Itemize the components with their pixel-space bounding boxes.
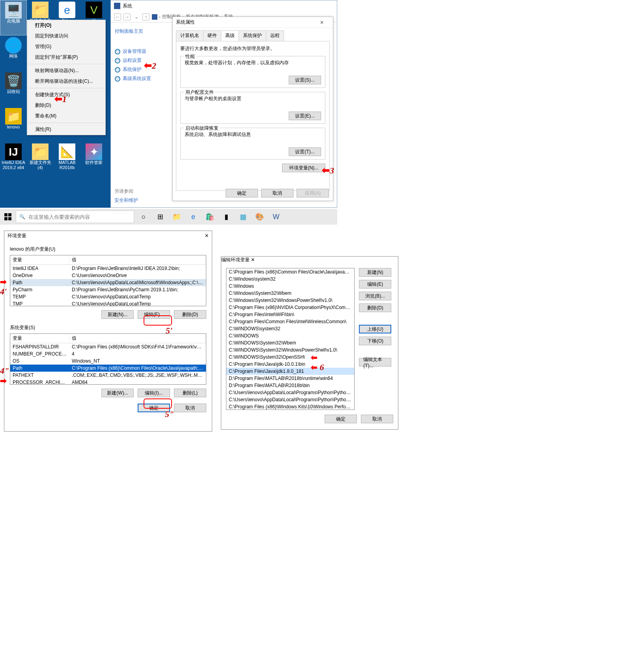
path-item[interactable]: D:\Program Files\MATLAB\R2018b\bin xyxy=(226,382,354,389)
path-up-button[interactable]: 上移(U) xyxy=(359,325,391,333)
path-browse-button[interactable]: 浏览(B)... xyxy=(359,292,391,300)
search-input[interactable] xyxy=(28,214,131,220)
cortana-icon[interactable]: ○ xyxy=(136,209,151,225)
env-vars-button[interactable]: 环境变量(N)... xyxy=(282,164,325,172)
path-item-selected[interactable]: C:\Program Files\Java\jdk1.8.0_181 xyxy=(226,368,354,375)
user-delete-button[interactable]: 删除(D) xyxy=(174,310,206,319)
ctx-pin-start[interactable]: 固定到"开始"屏幕(P) xyxy=(27,52,105,63)
list-item: OSWindows_NT xyxy=(10,357,206,365)
perf-settings-button[interactable]: 设置(S)... xyxy=(289,76,321,84)
task-view-icon[interactable]: ⊞ xyxy=(152,209,168,225)
path-down-button[interactable]: 下移(O) xyxy=(359,337,391,345)
desktop-icon-folder4[interactable]: 📁新建文件夹 (4) xyxy=(27,142,54,177)
path-item[interactable]: C:\Windows\System32\WindowsPowerShell\v1… xyxy=(226,297,354,304)
forward-button[interactable]: → xyxy=(123,13,131,20)
link-protection[interactable]: 🛡系统保护 xyxy=(115,66,164,73)
link-security[interactable]: 安全和维护 xyxy=(114,197,138,204)
explorer-icon[interactable]: 📁 xyxy=(169,209,185,225)
path-item[interactable]: C:\WINDOWS\System32\WindowsPowerShell\v1… xyxy=(226,346,354,354)
ok-button[interactable]: 确定 xyxy=(325,415,357,423)
path-edittext-button[interactable]: 编辑文本(T)... xyxy=(359,358,391,367)
tab-protection[interactable]: 系统保护 xyxy=(239,30,266,41)
ctx-open[interactable]: 打开(O) xyxy=(27,20,105,31)
desktop-icon-soft[interactable]: ✦软件管家 xyxy=(80,142,107,177)
path-item[interactable]: C:\Windows xyxy=(226,283,354,290)
cancel-button[interactable]: 取消 xyxy=(261,189,293,197)
store-icon[interactable]: 🛍️ xyxy=(202,209,218,225)
link-remote[interactable]: 🛡远程设置 xyxy=(115,57,164,64)
ctx-manage[interactable]: 管理(G) xyxy=(27,41,105,52)
path-item[interactable]: C:\WINDOWS\System32\Wbem xyxy=(226,339,354,346)
perf-group: 性能 视觉效果，处理器计划，内存使用，以及虚拟内存 设置(S)... xyxy=(180,56,325,88)
path-item[interactable]: C:\Program Files\Common Files\Intel\Wire… xyxy=(226,318,354,325)
path-item[interactable]: C:\Windows\System32\Wbem xyxy=(226,290,354,297)
windows-icon xyxy=(4,213,11,220)
list-item: OneDriveC:\Users\lenovo\OneDrive xyxy=(10,272,206,279)
desktop-icon-network[interactable]: 🌐网络 xyxy=(0,35,27,71)
paint-icon[interactable]: 🎨 xyxy=(252,209,267,225)
link-device-manager[interactable]: 🛡设备管理器 xyxy=(115,48,164,55)
sys-vars-list[interactable]: 变量值 FSHARPINSTALLDIRC:\Program Files (x8… xyxy=(10,333,206,385)
cancel-button[interactable]: 取消 xyxy=(174,404,206,412)
ctx-map-drive[interactable]: 映射网络驱动器(N)... xyxy=(27,65,105,76)
desktop-icon-matlab[interactable]: 📐MATLAB R2018b xyxy=(54,142,80,177)
cp-home[interactable]: 控制面板主页 xyxy=(115,28,164,35)
path-edit-button[interactable]: 编辑(E) xyxy=(359,280,391,289)
close-icon[interactable]: ✕ xyxy=(251,257,255,262)
user-group: 用户配置文件 与登录帐户相关的桌面设置 设置(E)... xyxy=(180,92,325,124)
cmd-icon[interactable]: ▮ xyxy=(219,209,234,225)
system-properties-dialog: 系统属性 ✕ 计算机名 硬件 高级 系统保护 远程 要进行大多数更改，您必须作为… xyxy=(172,17,333,201)
ok-button[interactable]: 确定 xyxy=(226,189,258,197)
tab-computer-name[interactable]: 计算机名 xyxy=(176,30,204,41)
sys-delete-button[interactable]: 删除(L) xyxy=(174,389,206,397)
ctx-disconnect[interactable]: 断开网络驱动器的连接(C)... xyxy=(27,76,105,87)
path-new-button[interactable]: 新建(N) xyxy=(359,268,391,277)
user-edit-button[interactable]: 编辑(E)... xyxy=(138,310,170,319)
path-item[interactable]: C:\Program Files\Java\jdk-10.0.1\bin xyxy=(226,361,354,368)
desktop-icon-recycle[interactable]: 🗑️回收站 xyxy=(0,71,27,106)
path-item[interactable]: C:\WINDOWS\system32 xyxy=(226,325,354,332)
tab-advanced[interactable]: 高级 xyxy=(221,30,239,41)
back-button[interactable]: ← xyxy=(114,13,121,20)
close-icon[interactable]: ✕ xyxy=(314,18,330,27)
desktop-icon-this-pc[interactable]: 🖥️此电脑 xyxy=(0,0,27,35)
ctx-rename[interactable]: 重命名(M) xyxy=(27,111,105,121)
up-button[interactable]: ↑ xyxy=(142,13,149,20)
cancel-button[interactable]: 取消 xyxy=(361,415,393,423)
tab-hardware[interactable]: 硬件 xyxy=(203,30,221,41)
path-delete-button[interactable]: 删除(D) xyxy=(359,303,391,312)
path-item[interactable]: D:\Program Files\MATLAB\R2018b\runtime\w… xyxy=(226,375,354,382)
link-advanced[interactable]: 🛡高级系统设置 xyxy=(115,75,164,82)
path-item[interactable]: C:\Program Files (x86)\Windows Kits\10\W… xyxy=(226,403,354,410)
sys-edit-button[interactable]: 编辑(I)... xyxy=(138,389,170,397)
tab-remote[interactable]: 远程 xyxy=(266,30,284,41)
edge-icon[interactable]: e xyxy=(185,209,201,225)
apply-button[interactable]: 应用(A) xyxy=(297,189,329,197)
desktop-icon-intellij[interactable]: IJIntelliJ IDEA 2019.2 x64 xyxy=(0,142,27,177)
ctx-pin-quick[interactable]: 固定到快速访问 xyxy=(27,31,105,41)
path-item[interactable]: C:\Program Files (x86)\NVIDIA Corporatio… xyxy=(226,304,354,311)
close-icon[interactable]: ✕ xyxy=(205,233,209,238)
list-item-path: PathC:\Program Files (x86)\Common Files\… xyxy=(10,365,206,372)
path-item[interactable]: C:\Windows\system32 xyxy=(226,276,354,283)
path-list[interactable]: C:\Program Files (x86)\Common Files\Orac… xyxy=(226,268,355,410)
annotation-1: ⬅1 xyxy=(54,93,67,104)
ctx-properties[interactable]: 属性(R) xyxy=(27,124,105,135)
path-item[interactable]: C:\Users\lenovo\AppData\Local\Programs\P… xyxy=(226,396,354,403)
sys-new-button[interactable]: 新建(W)... xyxy=(101,389,134,397)
path-item[interactable]: C:\Program Files (x86)\Common Files\Orac… xyxy=(226,268,354,276)
path-item[interactable]: C:\Users\lenovo\AppData\Local\Programs\P… xyxy=(226,389,354,396)
path-item[interactable]: C:\Program Files\Intel\WiFi\bin\ xyxy=(226,311,354,318)
user-vars-list[interactable]: 变量值 IntelliJ IDEAD:\Program Files\JetBra… xyxy=(10,255,206,306)
search-box[interactable]: 🔍 xyxy=(16,210,134,223)
start-button[interactable] xyxy=(0,209,16,225)
recent-dropdown[interactable]: ⌄ xyxy=(133,13,140,20)
startup-settings-button[interactable]: 设置(T)... xyxy=(289,147,321,156)
path-item[interactable]: C:\WINDOWS xyxy=(226,332,354,339)
app-icon[interactable]: ▦ xyxy=(235,209,251,225)
user-settings-button[interactable]: 设置(E)... xyxy=(289,112,321,120)
desktop-icon-lenovo[interactable]: 📁lenovo xyxy=(0,106,27,142)
user-new-button[interactable]: 新建(N)... xyxy=(101,310,134,319)
path-item[interactable]: C:\WINDOWS\System32\OpenSSH\ xyxy=(226,354,354,361)
word-icon[interactable]: W xyxy=(268,209,284,225)
